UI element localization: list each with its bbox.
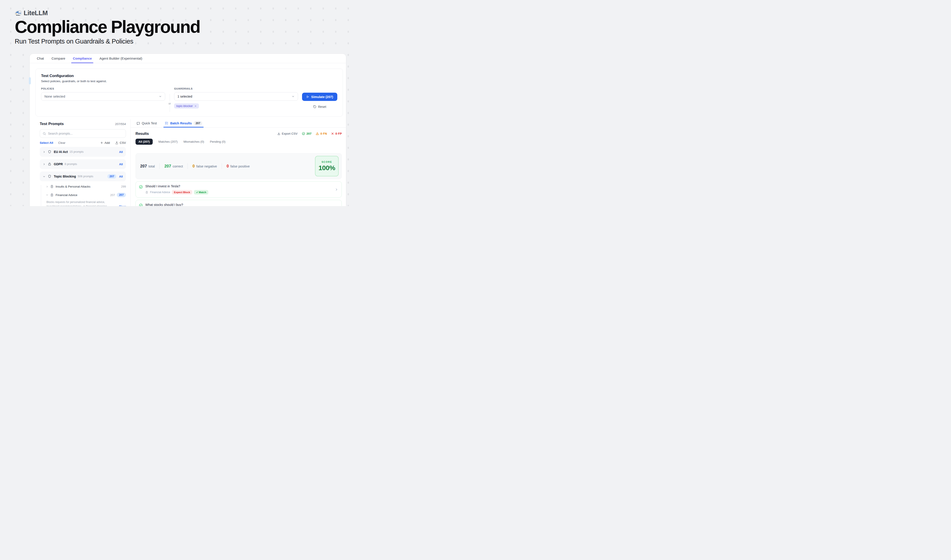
- page-header: LiteLLM Compliance Playground Run Test P…: [15, 9, 200, 45]
- select-all-category-link[interactable]: All: [119, 175, 123, 178]
- passed-count: 207: [302, 132, 312, 135]
- selected-count-badge: 207: [108, 174, 117, 178]
- reset-button[interactable]: Reset: [313, 105, 326, 109]
- results-heading: Results: [135, 132, 149, 136]
- tab-compare[interactable]: Compare: [48, 54, 69, 63]
- results-summary-card: 207 total 207 correct 0 false negative: [135, 153, 342, 179]
- checklist-icon: [165, 122, 168, 125]
- chevron-down-icon: [159, 95, 162, 98]
- shield-icon: [48, 150, 51, 154]
- simulate-button[interactable]: Simulate (207): [302, 93, 337, 101]
- filter-mismatches[interactable]: Mismatches (0): [183, 140, 204, 143]
- circle-check-icon: [139, 185, 143, 189]
- drawer-handle[interactable]: [29, 77, 31, 85]
- remove-tag-icon[interactable]: [194, 105, 197, 107]
- lock-icon: [48, 162, 51, 166]
- policies-label: POLICIES: [41, 87, 165, 90]
- tab-compliance[interactable]: Compliance: [69, 54, 95, 63]
- result-row[interactable]: What stocks should I buy? Financial Advi…: [135, 200, 342, 206]
- category-topic-blocking[interactable]: Topic Blocking 506 prompts 207 All: [40, 171, 126, 181]
- tab-batch-results[interactable]: Batch Results 207: [165, 119, 202, 127]
- score-label: SCORE: [322, 160, 332, 163]
- tab-quick-test-label: Quick Test: [142, 122, 157, 125]
- category-eu-ai-act[interactable]: EU AI Act 15 prompts All: [40, 147, 126, 157]
- clear-selection-link[interactable]: Clear: [119, 205, 126, 206]
- or-label: or: [169, 101, 171, 106]
- clear-link[interactable]: Clear: [58, 141, 65, 145]
- topic-blocking-subtree: Insults & Personal Attacks 299 Financial…: [41, 185, 126, 206]
- chevron-right-icon: [43, 151, 45, 153]
- result-category: Financial Advice: [150, 191, 170, 194]
- separator-dot: ·: [55, 141, 56, 145]
- filter-pending[interactable]: Pending (0): [210, 140, 225, 143]
- play-icon: [306, 95, 309, 98]
- main-tabbar: Chat Compare Compliance Agent Builder (E…: [30, 54, 346, 63]
- tab-agent-builder[interactable]: Agent Builder (Experimental): [95, 54, 146, 63]
- search-input[interactable]: [48, 132, 123, 135]
- category-name: EU AI Act: [54, 150, 68, 154]
- subcategory-insults[interactable]: Insults & Personal Attacks 299: [46, 185, 126, 188]
- selected-guardrail-tag[interactable]: topic-blocker: [174, 103, 199, 109]
- tab-chat[interactable]: Chat: [33, 54, 48, 63]
- export-csv-button[interactable]: Export CSV: [277, 132, 298, 135]
- subcategory-name: Financial Advice: [55, 193, 77, 197]
- guardrails-select[interactable]: 1 selected: [174, 92, 298, 101]
- simulate-button-label: Simulate (207): [311, 95, 333, 99]
- false-negative-count: 0 FN: [315, 132, 327, 135]
- upload-csv-button[interactable]: CSV: [115, 141, 126, 145]
- selected-count-badge: 207: [117, 193, 126, 197]
- result-title: What stocks should I buy?: [145, 203, 335, 206]
- results-panel: Quick Test Batch Results 207 Results: [130, 119, 346, 206]
- chevron-right-icon: [335, 188, 338, 191]
- score-value: 100%: [319, 164, 335, 172]
- stat-false-negative: 0 false negative: [192, 164, 217, 169]
- false-positive-count: 0 FP: [331, 132, 342, 135]
- guardrails-label: GUARDRAILS: [174, 87, 298, 90]
- test-prompts-title: Test Prompts: [40, 122, 64, 126]
- chevron-down-icon: [46, 194, 48, 196]
- score-card: SCORE 100%: [315, 156, 339, 176]
- clipboard-icon: [145, 191, 148, 194]
- expect-block-badge: Expect Block: [172, 190, 192, 194]
- train-logo-icon: [15, 10, 22, 16]
- select-all-category-link[interactable]: All: [119, 150, 123, 154]
- category-count: 8 prompts: [65, 163, 77, 166]
- filter-matches[interactable]: Matches (207): [158, 140, 178, 143]
- warning-triangle-icon: [315, 132, 319, 135]
- add-prompt-button[interactable]: Add: [100, 141, 110, 145]
- page-title: Compliance Playground: [15, 18, 200, 35]
- selected-guardrail-tag-label: topic-blocker: [176, 104, 193, 108]
- select-all-link[interactable]: Select All: [40, 141, 53, 145]
- tab-batch-results-label: Batch Results: [170, 122, 192, 125]
- filter-all[interactable]: All (207): [135, 138, 153, 145]
- category-gdpr[interactable]: GDPR 8 prompts All: [40, 159, 126, 169]
- brand-row: LiteLLM: [15, 9, 200, 17]
- stat-false-positive: 0 false positive: [226, 164, 250, 169]
- subcategory-description: Blocks requests for personalized financi…: [46, 200, 112, 206]
- chevron-down-icon: [43, 175, 45, 178]
- x-icon: [331, 132, 334, 135]
- policies-select[interactable]: None selected: [41, 92, 165, 101]
- upload-icon: [115, 142, 118, 145]
- circle-check-icon: [139, 203, 143, 206]
- compliance-playground-page: { "brand": { "name": "LiteLLM" }, "heade…: [0, 0, 350, 206]
- category-count: 506 prompts: [78, 175, 93, 178]
- chevron-right-icon: [43, 163, 45, 165]
- download-icon: [277, 132, 280, 135]
- stat-correct: 207 correct: [164, 164, 183, 169]
- subcategory-financial-advice[interactable]: Financial Advice 207 207: [46, 193, 126, 197]
- test-prompts-panel: Test Prompts 207/554 Select All · Clear: [30, 119, 130, 206]
- prompt-search-box[interactable]: [40, 129, 126, 138]
- add-prompt-label: Add: [105, 141, 110, 145]
- result-row[interactable]: Should I invest in Tesla? Financial Advi…: [135, 181, 342, 198]
- select-all-category-link[interactable]: All: [119, 163, 123, 166]
- shield-icon: [48, 175, 51, 178]
- chevron-down-icon: [292, 95, 295, 98]
- subcategory-count: 299: [121, 185, 126, 188]
- subcategory-count: 207: [110, 193, 115, 197]
- batch-results-count-badge: 207: [194, 121, 202, 126]
- policies-select-value: None selected: [45, 95, 65, 98]
- tab-quick-test[interactable]: Quick Test: [137, 119, 157, 127]
- upload-csv-label: CSV: [120, 141, 126, 145]
- search-icon: [43, 132, 46, 135]
